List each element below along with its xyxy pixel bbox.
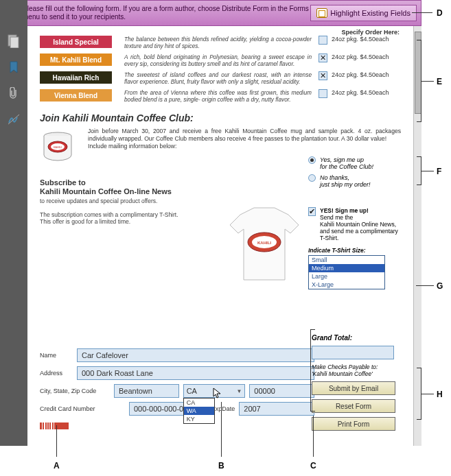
signup-text: Send me the Kahili Mountain Online News,… (320, 214, 398, 241)
coffee-row: Vienna BlendFrom the area of Vienna wher… (40, 89, 401, 103)
barcode-image (40, 423, 69, 429)
name-field[interactable]: Car Cafelover (77, 348, 314, 362)
callout-c: C (310, 461, 316, 471)
name-label: Name (40, 352, 77, 359)
order-checkbox[interactable]: ✕ (319, 53, 327, 62)
address-label: Address (40, 370, 77, 377)
navigation-pane (0, 0, 27, 446)
subscribe-title: Subscribe to Kahili Mountain Coffee On-l… (40, 178, 225, 196)
state-dropdown[interactable]: CAWAKY (183, 398, 215, 424)
exp-field[interactable]: 2007 (239, 402, 314, 416)
coffee-description: A rich, bold blend originating in Polyne… (124, 53, 319, 67)
callout-f: F (437, 167, 441, 176)
state-option[interactable]: WA (184, 407, 214, 415)
order-price: 24oz pkg. $4.50each (332, 36, 389, 43)
print-button[interactable]: Print Form (312, 417, 395, 431)
coffee-mug-image: KAHILI (40, 128, 81, 169)
coffee-row: Hawaiian RichThe sweetest of island coff… (40, 71, 401, 85)
callout-h: H (437, 390, 443, 399)
size-option[interactable]: X-Large (309, 281, 384, 289)
club-title: Join Kahili Mountain Coffee Club: (40, 112, 401, 123)
bookmark-icon[interactable] (7, 60, 21, 74)
highlight-fields-button[interactable]: Highlight Existing Fields (310, 5, 417, 21)
svg-rect-14 (49, 423, 49, 429)
document-message-bar: Please fill out the following form. If y… (0, 0, 421, 26)
svg-rect-11 (42, 423, 43, 429)
mouse-cursor-icon (213, 388, 224, 398)
address-field[interactable]: 000 Dark Roast Lane (77, 366, 314, 380)
payable-text: Make Checks Payable to: 'Kahili Mountain… (312, 364, 401, 377)
highlight-icon (316, 8, 327, 18)
callout-a: A (54, 461, 60, 471)
tshirt-image: KAHILI (220, 204, 309, 287)
size-option[interactable]: Small (309, 256, 384, 264)
order-price: 24oz pkg. $4.50each (332, 53, 389, 60)
svg-rect-1 (10, 37, 19, 48)
radio-icon (308, 156, 316, 164)
order-checkbox[interactable] (319, 89, 327, 98)
coffee-name: Hawaiian Rich (40, 71, 112, 84)
coffee-name: Island Special (40, 36, 112, 48)
svg-text:KAHILI: KAHILI (257, 241, 271, 245)
radio-yes-club[interactable]: Yes, sign me up for the Coffee Club! (308, 156, 401, 170)
order-checkbox[interactable] (319, 36, 327, 45)
callout-g: G (437, 281, 443, 291)
coffee-description: The sweetest of island coffees and our d… (124, 71, 319, 85)
radio-no-club[interactable]: No thanks, just ship my order! (308, 174, 401, 188)
state-option[interactable]: CA (184, 398, 214, 407)
subscribe-note: The subscription comes with a compliment… (40, 211, 225, 225)
csz-label: City, State, Zip Code (40, 388, 114, 394)
city-field[interactable]: Beantown (114, 384, 179, 398)
state-option[interactable]: KY (184, 415, 214, 423)
coffee-name: Vienna Blend (40, 89, 112, 102)
callout-d: D (437, 8, 443, 18)
radio-no-label: No thanks, just ship my order! (320, 174, 371, 188)
coffee-row: Island SpecialThe balance between this b… (40, 36, 401, 49)
order-checkbox[interactable]: ✕ (319, 71, 327, 80)
signatures-icon[interactable] (7, 112, 21, 126)
radio-yes-label: Yes, sign me up for the Coffee Club! (320, 156, 373, 170)
coffee-row: Mt. Kahili BlendA rich, bold blend origi… (40, 53, 401, 67)
state-value: CA (187, 387, 197, 395)
form-instruction: Please fill out the following form. If y… (5, 5, 310, 21)
size-option[interactable]: Medium (309, 264, 384, 272)
svg-rect-12 (44, 423, 45, 429)
tshirt-size-listbox[interactable]: SmallMediumLargeX-Large (308, 255, 385, 289)
coffee-description: The balance between this blends refined … (124, 36, 319, 49)
subscribe-desc: to receive updates and special product o… (40, 198, 225, 204)
radio-icon (308, 174, 316, 182)
order-price: 24oz pkg. $4.50each (332, 89, 389, 96)
exp-label: ExpDate (211, 405, 235, 412)
coffee-name: Mt. Kahili Blend (40, 53, 112, 66)
signup-checkbox[interactable]: ✔ (308, 207, 316, 216)
callout-b: B (218, 461, 224, 471)
size-option[interactable]: Large (309, 272, 384, 281)
signup-label: YES! Sign me up! (320, 207, 369, 214)
specify-order-header: Specify Order Here: (341, 29, 400, 36)
cc-label: Credit Card Number (40, 405, 129, 412)
svg-rect-13 (47, 423, 47, 429)
pages-icon[interactable] (7, 34, 21, 48)
grand-total-label: Grand Total: (312, 334, 401, 342)
form-instruction-text: Please fill out the following form. If y… (23, 5, 309, 21)
attachment-icon[interactable] (7, 86, 21, 100)
tshirt-size-label: Indicate T-Shirt Size: (308, 247, 401, 254)
svg-rect-15 (51, 423, 52, 429)
svg-rect-16 (54, 423, 54, 429)
highlight-label: Highlight Existing Fields (330, 9, 410, 17)
zip-field[interactable]: 00000 (249, 384, 314, 398)
grand-total-field[interactable] (312, 346, 394, 359)
coffee-description: From the area of Vienna where this coffe… (124, 89, 319, 103)
submit-button[interactable]: Submit by Email (312, 381, 395, 395)
chevron-down-icon: ▼ (236, 388, 242, 394)
svg-text:KAHILI: KAHILI (54, 145, 62, 149)
callout-e: E (437, 77, 442, 86)
form-page: Specify Order Here: Island SpecialThe ba… (27, 26, 413, 446)
order-price: 24oz pkg. $4.50each (332, 71, 389, 78)
reset-button[interactable]: Reset Form (312, 399, 395, 413)
